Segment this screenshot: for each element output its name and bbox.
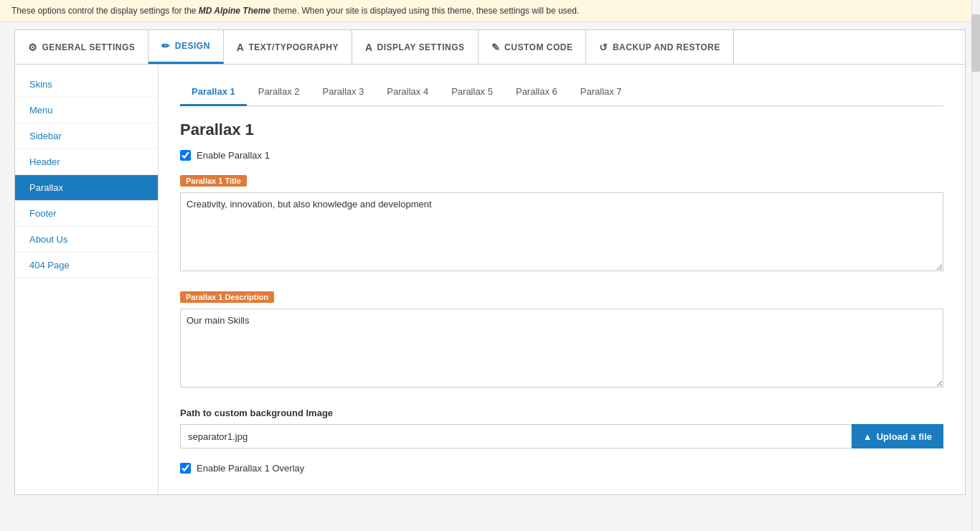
enable-parallax-row: Enable Parallax 1 xyxy=(180,150,943,161)
parallax-tab-7[interactable]: Parallax 7 xyxy=(569,79,633,106)
notice-text: These options control the display settin… xyxy=(11,6,199,16)
bg-image-input[interactable] xyxy=(180,424,852,448)
sidebar-item-404-page[interactable]: 404 Page xyxy=(15,253,158,278)
main-tabs: ⚙ GENERAL SETTINGS ✏ DESIGN A TEXT/TYPOG… xyxy=(14,29,966,65)
parallax-tab-1[interactable]: Parallax 1 xyxy=(180,79,247,106)
tab-custom-code[interactable]: ✎ CUSTOM CODE xyxy=(479,30,587,64)
scrollbar-track[interactable] xyxy=(971,0,980,509)
custom-code-icon: ✎ xyxy=(491,42,501,53)
tab-design-label: DESIGN xyxy=(175,41,210,51)
content-area: Skins Menu Sidebar Header Parallax Foote… xyxy=(14,65,966,495)
design-icon: ✏ xyxy=(161,40,171,52)
title-field-section: Parallax 1 Title Creativity, innovation,… xyxy=(180,175,943,273)
typography-icon: A xyxy=(237,42,245,53)
desc-field-label: Parallax 1 Description xyxy=(180,291,274,303)
tab-typography-label: TEXT/TYPOGRAPHY xyxy=(248,42,339,52)
title-field-textarea[interactable]: Creativity, innovation, but also knowled… xyxy=(180,192,943,271)
parallax-tab-6[interactable]: Parallax 6 xyxy=(504,79,569,106)
tab-display-settings[interactable]: A DISPLAY SETTINGS xyxy=(352,30,479,64)
tab-design[interactable]: ✏ DESIGN xyxy=(149,30,224,64)
parallax-section-title: Parallax 1 xyxy=(180,121,943,139)
enable-parallax-label: Enable Parallax 1 xyxy=(197,150,270,161)
backup-icon: ↺ xyxy=(599,42,608,53)
desc-field-textarea[interactable]: Our main Skills xyxy=(180,309,943,387)
tab-custom-code-label: CUSTOM CODE xyxy=(504,42,573,52)
tab-backup-restore[interactable]: ↺ BACKUP AND RESTORE xyxy=(586,30,734,64)
title-field-label: Parallax 1 Title xyxy=(180,175,247,187)
theme-name: MD Alpine Theme xyxy=(199,6,270,16)
enable-overlay-checkbox[interactable] xyxy=(180,463,191,474)
sidebar-item-skins[interactable]: Skins xyxy=(15,72,158,98)
enable-overlay-label: Enable Parallax 1 Overlay xyxy=(197,463,304,474)
general-settings-icon: ⚙ xyxy=(28,42,38,53)
tab-backup-label: BACKUP AND RESTORE xyxy=(613,42,720,52)
bg-image-label: Path to custom background Image xyxy=(180,408,943,418)
tab-general-label: GENERAL SETTINGS xyxy=(42,42,136,52)
tab-general-settings[interactable]: ⚙ GENERAL SETTINGS xyxy=(15,30,149,64)
parallax-tab-2[interactable]: Parallax 2 xyxy=(247,79,311,106)
scrollbar-thumb[interactable] xyxy=(971,14,980,72)
sidebar-item-about-us[interactable]: About Us xyxy=(15,227,158,253)
parallax-tabs: Parallax 1 Parallax 2 Parallax 3 Paralla… xyxy=(180,79,943,106)
sidebar: Skins Menu Sidebar Header Parallax Foote… xyxy=(15,65,159,494)
sidebar-item-footer[interactable]: Footer xyxy=(15,201,158,227)
display-icon: A xyxy=(365,42,373,53)
desc-field-section: Parallax 1 Description Our main Skills xyxy=(180,291,943,390)
tab-display-label: DISPLAY SETTINGS xyxy=(377,42,465,52)
sidebar-item-parallax[interactable]: Parallax xyxy=(15,175,158,201)
sidebar-item-header[interactable]: Header xyxy=(15,149,158,175)
parallax-tab-5[interactable]: Parallax 5 xyxy=(440,79,504,106)
sidebar-item-menu[interactable]: Menu xyxy=(15,98,158,123)
top-notice: These options control the display settin… xyxy=(0,0,980,22)
parallax-tab-4[interactable]: Parallax 4 xyxy=(375,79,440,106)
tab-typography[interactable]: A TEXT/TYPOGRAPHY xyxy=(224,30,352,64)
notice-text2: theme. When your site is displayed using… xyxy=(270,6,579,16)
enable-parallax-checkbox[interactable] xyxy=(180,150,191,161)
upload-file-button[interactable]: ▲ Upload a file xyxy=(852,424,943,448)
sidebar-item-sidebar[interactable]: Sidebar xyxy=(15,123,158,149)
upload-button-label: Upload a file xyxy=(877,431,932,442)
enable-overlay-row: Enable Parallax 1 Overlay xyxy=(180,463,943,474)
upload-icon: ▲ xyxy=(863,431,872,442)
bg-image-section: Path to custom background Image ▲ Upload… xyxy=(180,408,943,448)
main-content: Parallax 1 Parallax 2 Parallax 3 Paralla… xyxy=(159,65,965,494)
parallax-tab-3[interactable]: Parallax 3 xyxy=(311,79,376,106)
bg-image-row: ▲ Upload a file xyxy=(180,424,943,448)
